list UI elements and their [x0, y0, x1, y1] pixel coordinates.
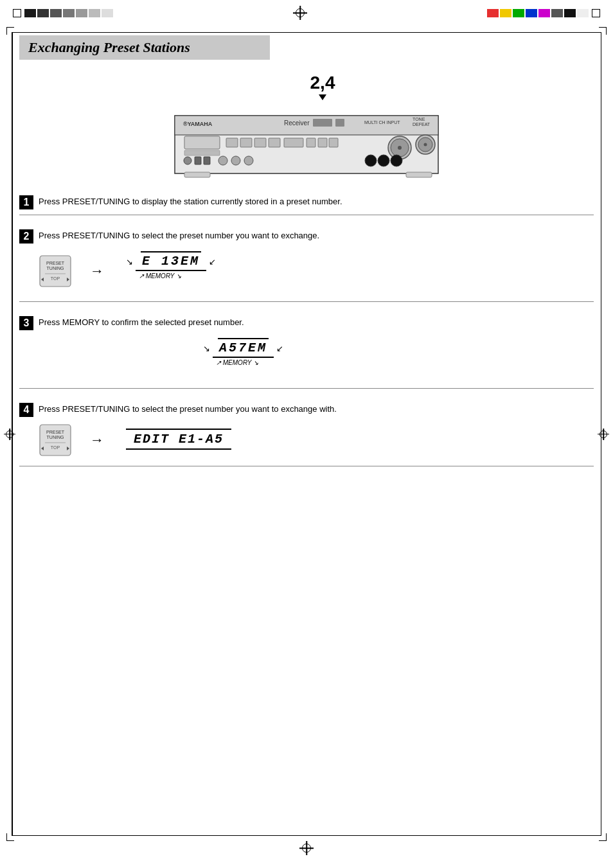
- h-line-top: [12, 32, 601, 33]
- color-block-2: [37, 9, 49, 17]
- svg-rect-35: [406, 172, 432, 177]
- color-block-r7: [564, 9, 576, 17]
- step-block-3: 3 Press MEMORY to confirm the selected p…: [19, 314, 594, 389]
- svg-rect-24: [329, 138, 338, 147]
- side-crosshair-right: [598, 429, 609, 440]
- svg-rect-21: [284, 138, 303, 147]
- color-block-5: [76, 9, 87, 17]
- main-content: Exchanging Preset Stations 2,4 ®YAMAHA R…: [19, 35, 594, 478]
- svg-rect-15: [184, 136, 220, 149]
- svg-rect-22: [306, 138, 315, 147]
- svg-rect-23: [318, 138, 327, 147]
- step-2-memory-label: ↗ MEMORY ↘: [139, 272, 181, 279]
- step-2-display-text: E 13EM: [136, 252, 206, 271]
- side-crosshair-left: [4, 429, 15, 440]
- crosshair-circle: [296, 8, 305, 17]
- svg-rect-26: [195, 157, 201, 164]
- step-3-description: Press MEMORY to confirm the selected pre…: [39, 316, 244, 329]
- svg-text:MULTI CH INPUT: MULTI CH INPUT: [364, 120, 400, 125]
- corner-mark-bl: [6, 833, 14, 841]
- svg-point-32: [378, 155, 389, 166]
- top-left-marks: [13, 9, 113, 17]
- svg-point-14: [424, 143, 427, 146]
- color-blocks-right: [487, 9, 589, 17]
- svg-rect-16: [184, 150, 220, 155]
- color-block-r8: [577, 9, 589, 17]
- step-1-description: Press PRESET/TUNING to display the stati…: [39, 195, 342, 208]
- color-block-r2: [500, 9, 511, 17]
- svg-rect-18: [240, 138, 252, 147]
- title-section: Exchanging Preset Stations: [19, 35, 270, 60]
- display-chevron-right-2: ↙: [209, 257, 216, 267]
- step-4-illustration: PRESET TUNING TOP → EDIT E1-A5: [39, 423, 594, 457]
- step-3-memory-label-row: ↗ MEMORY ↘: [216, 359, 283, 366]
- svg-rect-20: [269, 138, 280, 147]
- reg-mark-tr: [592, 9, 600, 17]
- svg-rect-4: [313, 119, 332, 127]
- step-4-arrow: →: [90, 432, 104, 448]
- svg-text:®YAMAHA: ®YAMAHA: [183, 121, 213, 127]
- svg-point-30: [244, 156, 253, 165]
- svg-point-11: [398, 146, 402, 150]
- step-3-number: 3: [19, 316, 33, 330]
- step-2-header: 2 Press PRESET/TUNING to select the pres…: [19, 227, 594, 246]
- step-1-number: 1: [19, 195, 33, 209]
- bottom-crosshair: [299, 841, 314, 855]
- step-3-header: 3 Press MEMORY to confirm the selected p…: [19, 314, 594, 333]
- step-3-display-row: ↘ A57EM ↙: [203, 339, 283, 358]
- step-2-memory-label-row: ↗ MEMORY ↘: [139, 272, 216, 279]
- color-block-1: [24, 9, 36, 17]
- svg-rect-27: [204, 157, 210, 164]
- svg-text:TOP: TOP: [51, 445, 60, 450]
- crosshair-icon: [293, 6, 307, 20]
- svg-text:PRESET: PRESET: [46, 430, 65, 434]
- color-block-r4: [526, 9, 537, 17]
- step-3-display-wrapper: ↘ A57EM ↙ ↗ MEMORY ↘: [199, 337, 295, 379]
- color-block-r1: [487, 9, 499, 17]
- step-3-display-text: A57EM: [213, 339, 274, 358]
- step-2-display-box: E 13EM: [136, 252, 206, 271]
- step-indicator: 2,4: [310, 73, 335, 93]
- steps-section: 1 Press PRESET/TUNING to display the sta…: [19, 193, 594, 466]
- display-chevron-left-3: ↘: [203, 344, 210, 354]
- svg-rect-17: [226, 138, 238, 147]
- corner-mark-tl: [6, 27, 14, 35]
- step-2-number: 2: [19, 229, 33, 244]
- step-3-illustration: ↘ A57EM ↙ ↗ MEMORY ↘: [199, 337, 594, 379]
- step-2-display-row: ↘ E 13EM ↙: [126, 252, 216, 271]
- top-center: [113, 6, 487, 20]
- step-4-display-text: EDIT E1-A5: [126, 429, 231, 450]
- color-block-r3: [513, 9, 524, 17]
- color-block-r6: [551, 9, 563, 17]
- top-bar: [0, 0, 613, 26]
- step-4-number: 4: [19, 403, 33, 417]
- step-indicator-arrow: [319, 94, 326, 100]
- svg-text:TUNING: TUNING: [47, 435, 64, 439]
- step-2-description: Press PRESET/TUNING to select the preset…: [39, 229, 319, 242]
- preset-tuning-icon-4: PRESET TUNING TOP: [39, 423, 72, 457]
- step-4-description: Press PRESET/TUNING to select the preset…: [39, 403, 337, 416]
- svg-point-29: [231, 156, 240, 165]
- display-chevron-right-3: ↙: [276, 344, 283, 354]
- top-right-marks: [487, 9, 600, 17]
- page-title: Exchanging Preset Stations: [28, 39, 190, 55]
- svg-rect-5: [335, 119, 344, 127]
- color-block-6: [89, 9, 100, 17]
- step-2-illustration: PRESET TUNING TOP → ↘: [39, 250, 594, 292]
- svg-text:TONE: TONE: [413, 117, 425, 121]
- step-2-arrow: →: [90, 263, 104, 279]
- gray-blocks: [24, 9, 113, 17]
- display-top-line-2: [141, 251, 201, 252]
- preset-tuning-icon-2: PRESET TUNING TOP: [39, 254, 72, 288]
- svg-text:TUNING: TUNING: [47, 266, 64, 270]
- svg-rect-34: [184, 172, 210, 177]
- step-1-header: 1 Press PRESET/TUNING to display the sta…: [19, 193, 594, 212]
- svg-point-33: [391, 155, 402, 166]
- step-2-display-wrapper: ↘ E 13EM ↙ ↗ MEMORY ↘: [122, 250, 227, 292]
- color-block-4: [63, 9, 75, 17]
- display-top-line-3: [218, 338, 269, 339]
- color-block-3: [50, 9, 62, 17]
- display-chevron-left-2: ↘: [126, 257, 133, 267]
- step-4-header: 4 Press PRESET/TUNING to select the pres…: [19, 400, 594, 420]
- h-line-bottom: [12, 835, 601, 836]
